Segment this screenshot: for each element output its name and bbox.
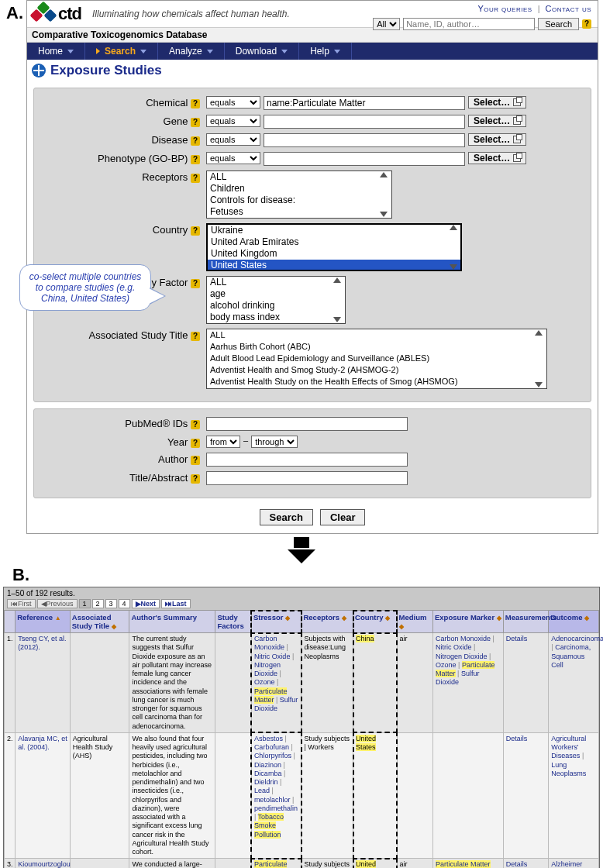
term-link[interactable]: Adenocarcinoma	[551, 635, 603, 642]
reference-link[interactable]: Alavanja MC, et al. (2004).	[18, 735, 67, 751]
help-icon[interactable]: ?	[191, 155, 200, 164]
help-icon[interactable]: ?	[191, 136, 200, 146]
term-link[interactable]: pendimethalin	[254, 804, 298, 812]
term-link[interactable]: Carbon Monoxide	[436, 635, 491, 642]
term-link[interactable]: Carbon Monoxide	[254, 635, 284, 651]
col-summary[interactable]: Author's Summary	[129, 611, 215, 633]
term-link[interactable]: Diazinon	[254, 761, 281, 769]
term-link[interactable]: Dicamba	[254, 770, 282, 777]
term-link[interactable]: Tobacco Smoke Pollution	[254, 813, 284, 839]
col-reference[interactable]: Reference ▲	[16, 611, 71, 633]
term-link[interactable]: Nitric Oxide	[436, 643, 472, 651]
reference-link[interactable]: Kioumourtzoglou MA, et al. (2016).	[18, 860, 71, 868]
receptors-listbox[interactable]: ALL Children Controls for disease: Fetus…	[206, 170, 392, 219]
details-link[interactable]: Details	[506, 735, 528, 742]
global-search-button[interactable]: Search	[538, 18, 579, 30]
gene-select-button[interactable]: Select…	[468, 115, 526, 127]
term-link[interactable]: Chlorpyrifos	[254, 752, 291, 760]
chemical-select-button[interactable]: Select…	[468, 96, 526, 108]
nav-help[interactable]: Help	[299, 43, 352, 60]
disease-operator[interactable]: equals	[206, 133, 260, 146]
pager-page-2[interactable]: 2	[92, 599, 104, 608]
term-link[interactable]: Carbofuran	[254, 743, 289, 751]
col-receptors[interactable]: Receptors ◆	[302, 611, 353, 633]
col-exposure-marker[interactable]: Exposure Marker ◆	[432, 611, 503, 633]
help-icon[interactable]: ?	[191, 474, 200, 484]
help-icon[interactable]: ?	[582, 19, 591, 29]
study-factor-listbox[interactable]: ALL age alcohol drinking body mass index	[206, 276, 346, 324]
help-icon[interactable]: ?	[191, 420, 200, 429]
term-link[interactable]: Particulate Matter	[254, 860, 288, 868]
year-from-select[interactable]: from	[206, 436, 240, 448]
pager-page-1[interactable]: 1	[79, 599, 91, 608]
disease-select-button[interactable]: Select…	[468, 133, 526, 146]
pager-next[interactable]: ▶Next	[132, 599, 160, 608]
help-icon[interactable]: ?	[191, 439, 200, 448]
help-icon[interactable]: ?	[191, 332, 200, 341]
term-link[interactable]: metolachlor	[254, 796, 291, 804]
phenotype-input[interactable]	[264, 152, 465, 166]
term-link[interactable]: Agricultural Workers' Diseases	[551, 735, 586, 760]
col-study-factors[interactable]: Study Factors	[215, 611, 251, 633]
term-link[interactable]: Carcinoma, Squamous Cell	[551, 643, 591, 669]
col-measurements[interactable]: Measurements	[503, 611, 549, 633]
term-link[interactable]: Nitric Oxide	[254, 653, 291, 660]
term-link[interactable]: Nitrogen Dioxide	[254, 661, 281, 677]
nav-home[interactable]: Home	[27, 43, 85, 60]
term-link[interactable]: Nitrogen Dioxide	[436, 653, 488, 660]
help-icon[interactable]: ?	[191, 456, 200, 465]
pager-page-4[interactable]: 4	[119, 599, 130, 608]
search-button[interactable]: Search	[260, 509, 313, 525]
nav-download[interactable]: Download	[225, 43, 299, 60]
clear-button[interactable]: Clear	[320, 509, 366, 525]
scroll-up-icon[interactable]	[333, 277, 341, 283]
term-link[interactable]: Alzheimer Disease	[551, 860, 582, 868]
scroll-down-icon[interactable]	[450, 264, 457, 270]
col-stressor[interactable]: Stressor ◆	[251, 611, 302, 633]
term-link[interactable]: Ozone	[254, 678, 275, 686]
author-input[interactable]	[206, 453, 408, 467]
chemical-operator[interactable]: equals	[206, 96, 260, 108]
term-link[interactable]: Particulate Matter	[436, 860, 491, 868]
phenotype-select-button[interactable]: Select…	[468, 152, 526, 164]
year-through-select[interactable]: through	[251, 436, 298, 448]
reference-link[interactable]: Tseng CY, et al. (2012).	[18, 635, 66, 651]
term-link[interactable]: Dieldrin	[254, 778, 278, 786]
help-icon[interactable]: ?	[191, 279, 200, 288]
pubmed-input[interactable]	[206, 417, 408, 431]
global-search-scope[interactable]: All	[373, 18, 400, 30]
contact-us-link[interactable]: Contact us	[546, 4, 591, 13]
pager-page-3[interactable]: 3	[105, 599, 117, 608]
country-listbox[interactable]: Ukraine United Arab Emirates United King…	[206, 223, 462, 271]
gene-input[interactable]	[264, 115, 465, 129]
gene-operator[interactable]: equals	[206, 115, 260, 127]
help-icon[interactable]: ?	[191, 118, 200, 127]
help-icon[interactable]: ?	[191, 174, 200, 183]
chemical-input[interactable]	[264, 96, 465, 110]
term-link[interactable]: Ozone	[436, 661, 457, 669]
scroll-down-icon[interactable]	[535, 382, 543, 388]
term-link[interactable]: Lead	[254, 787, 270, 794]
col-medium[interactable]: Medium ◆	[397, 611, 432, 633]
details-link[interactable]: Details	[506, 860, 528, 868]
scroll-down-icon[interactable]	[333, 317, 341, 322]
assoc-title-listbox[interactable]: ALL Aarhus Birth Cohort (ABC) Adult Bloo…	[206, 329, 547, 389]
scroll-up-icon[interactable]	[450, 225, 457, 230]
pager-first[interactable]: ⏮First	[7, 599, 36, 608]
term-link[interactable]: Lung Neoplasms	[551, 761, 586, 777]
your-queries-link[interactable]: Your queries	[477, 4, 532, 13]
scroll-up-icon[interactable]	[535, 330, 543, 336]
help-icon[interactable]: ?	[191, 99, 200, 108]
global-search-input[interactable]	[403, 18, 535, 30]
term-link[interactable]: Asbestos	[254, 735, 283, 742]
scroll-down-icon[interactable]	[380, 212, 388, 217]
pager-prev[interactable]: ◀Previous	[37, 599, 78, 608]
col-country[interactable]: Country ◆	[353, 611, 398, 633]
disease-input[interactable]	[264, 133, 465, 147]
phenotype-operator[interactable]: equals	[206, 152, 260, 164]
col-assoc-title[interactable]: Associated Study Title ◆	[70, 611, 129, 633]
pager-last[interactable]: ⏭Last	[161, 599, 191, 608]
nav-search[interactable]: Search	[85, 43, 158, 60]
title-abstract-input[interactable]	[206, 471, 408, 485]
help-icon[interactable]: ?	[191, 226, 200, 236]
